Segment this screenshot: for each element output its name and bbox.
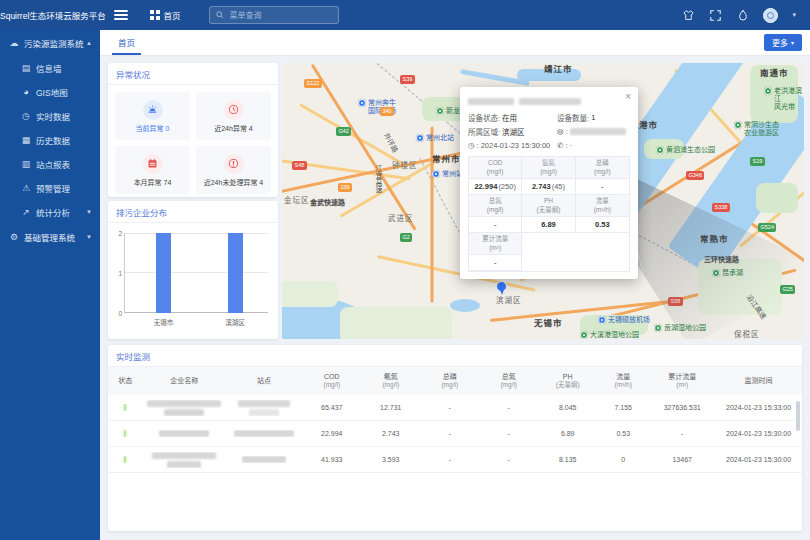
map-label: 南通市: [760, 69, 789, 79]
more-button[interactable]: 更多▾: [764, 34, 802, 51]
park-marker-icon: [654, 324, 662, 332]
clock-alert-icon: [224, 100, 244, 120]
search-icon: [216, 11, 224, 19]
map-green-area: [756, 183, 798, 213]
sidebar-item-info-wall[interactable]: ▤信息墙: [0, 56, 100, 80]
sidebar-item-realtime-data[interactable]: ◷实时数据: [0, 104, 100, 128]
redacted-text: [238, 400, 290, 407]
tab-home[interactable]: 首页: [112, 30, 141, 55]
card-value: 4: [249, 125, 253, 132]
bar-binhu[interactable]: [228, 233, 243, 313]
map-label: 常阴沙生态 农业旅游区: [734, 121, 779, 137]
alert-circle-icon: [224, 154, 244, 174]
sidebar-group-basic-management[interactable]: ⚙ 基础管理系统 ▼: [0, 224, 100, 250]
status-indicator-normal: [124, 404, 126, 411]
redacted-text: [159, 430, 209, 437]
redacted-text: [242, 456, 286, 463]
sidebar-group-label: 基础管理系统: [24, 231, 75, 243]
map-label: 常州市: [432, 155, 461, 165]
location-pin-icon: ◎: [557, 127, 564, 136]
map-label: 常州北站: [416, 134, 454, 142]
card-month-abnormal[interactable]: 本月异常 74: [115, 146, 190, 194]
sidebar-item-history-data[interactable]: ▦历史数据: [0, 128, 100, 152]
fullscreen-icon[interactable]: [709, 9, 722, 22]
map-water: [450, 299, 480, 312]
map-label: 三环快速路: [704, 256, 739, 264]
nav-home-label: 首页: [164, 9, 181, 21]
map-label: 金武快速路: [310, 199, 345, 207]
card-24h-abnormal[interactable]: 近24h异常 4: [196, 92, 271, 140]
road-number-badge: 239: [338, 183, 352, 192]
park-marker-icon: [764, 87, 772, 95]
abnormal-cards: 当前异常 0 近24h异常 4 本月异常 74 近24h未处理异常 4: [108, 85, 278, 201]
menu-search[interactable]: [209, 6, 339, 24]
map-label: 常州站: [432, 170, 463, 178]
redacted-text: [147, 400, 221, 407]
popup-device-info: 设备状态:在用 设备数量:1 所属区域:滨湖区 ◎: ◷:2024-01-23 …: [468, 111, 630, 151]
clock-icon: ◷: [20, 111, 32, 121]
user-avatar[interactable]: [763, 8, 778, 23]
region: 滨湖区: [502, 126, 525, 137]
flame-icon[interactable]: [736, 9, 749, 22]
road-number-badge: S122: [304, 79, 322, 88]
sidebar-item-gis-map[interactable]: ◕GIS地图: [0, 80, 100, 104]
sidebar: ☁ 污染源监测系统 ▲ ▤信息墙 ◕GIS地图 ◷实时数据 ▦历史数据 ▥站点报…: [0, 30, 100, 540]
rail-station-marker-icon: [416, 134, 424, 142]
redacted-text: [234, 430, 294, 437]
map-label: 常熟市: [700, 235, 729, 245]
theme-skin-icon[interactable]: [682, 9, 695, 22]
sidebar-item-station-report[interactable]: ▥站点报表: [0, 152, 100, 176]
airport-marker-icon: [358, 99, 366, 107]
device-status: 在用: [502, 112, 517, 123]
search-input[interactable]: [228, 10, 332, 21]
clock-icon: ◷: [468, 141, 475, 150]
redacted-text: [167, 461, 201, 468]
map-green-area: [282, 281, 338, 307]
map-green-area: [698, 259, 782, 315]
main-area: 首页 更多▾ 异常状况 当前异常 0 近24h异常 4: [100, 30, 810, 540]
card-value: 0: [166, 125, 170, 132]
sidebar-item-statistics[interactable]: ↗统计分析▼: [0, 200, 100, 224]
realtime-monitor-panel: 实时监测 状态 企业名称 站点 COD(mg/l) 氨氮(mg/l) 总磷(mg…: [108, 345, 802, 531]
sidebar-item-alert-management[interactable]: ⚠预警管理: [0, 176, 100, 200]
gridline: [125, 312, 268, 313]
menu-toggle-icon[interactable]: [114, 10, 128, 20]
map-label: 贡湖湿地公园: [654, 324, 706, 332]
cloud-monitor-icon: ☁: [8, 38, 20, 48]
y-tick: 0: [118, 310, 122, 317]
road-number-badge: S19: [750, 157, 765, 166]
bar-chart: 2 1 0 无锡市 滨湖区: [124, 233, 268, 313]
station-map-pin[interactable]: [496, 281, 507, 296]
bar-chart-icon: ▥: [20, 159, 32, 169]
panel-title: 排污企业分布: [108, 201, 278, 223]
road-number-badge: S39: [400, 75, 415, 84]
user-menu-caret-icon[interactable]: ▾: [792, 11, 796, 19]
siren-icon: [143, 100, 163, 120]
redacted-text: [249, 409, 279, 416]
map-label: 靖江市: [544, 65, 573, 75]
sidebar-group-pollution-monitor[interactable]: ☁ 污染源监测系统 ▲: [0, 30, 100, 56]
popup-phone: ·: [569, 141, 572, 150]
nav-home[interactable]: 首页: [150, 9, 181, 21]
map-green-area: [340, 307, 452, 339]
app-screen: Squirrel生态环境云服务平台 首页 ▾ ☁ 污染源监测系统 ▲ ▤信息墙 …: [0, 0, 810, 540]
card-value: 74: [164, 179, 172, 186]
redacted-text: [164, 409, 204, 416]
gridline: [125, 233, 268, 234]
gis-map[interactable]: 靖江市南通市张家港市常熟市常州市无锡市钟楼区金坛区武进区滨湖区保税区常州奔牛 国…: [282, 63, 804, 339]
popup-title-redacted: [468, 93, 630, 109]
road-number-badge: G524: [758, 223, 776, 232]
bar-wuxi[interactable]: [156, 233, 171, 313]
card-current-abnormal[interactable]: 当前异常 0: [115, 92, 190, 140]
road-number-badge: S338: [712, 203, 730, 212]
chevron-down-icon: ▼: [86, 209, 92, 215]
table-row[interactable]: 41.933 3.593 - - 8.135 0 13467 2024-01-2…: [108, 447, 802, 473]
close-icon[interactable]: ×: [625, 91, 631, 102]
park-marker-icon: [734, 121, 742, 129]
enterprise-distribution-panel: 排污企业分布 2 1 0 无锡市 滨湖区: [108, 201, 278, 339]
table-row[interactable]: 22.994 2.743 - - 6.89 0.53 - 2024-01-23 …: [108, 421, 802, 447]
table-row[interactable]: 65.437 12.731 - - 8.045 7.155 327636.531…: [108, 395, 802, 421]
table-scrollbar[interactable]: [796, 401, 800, 431]
card-24h-unhandled-abnormal[interactable]: 近24h未处理异常 4: [196, 146, 271, 194]
redacted-text: [519, 98, 581, 105]
